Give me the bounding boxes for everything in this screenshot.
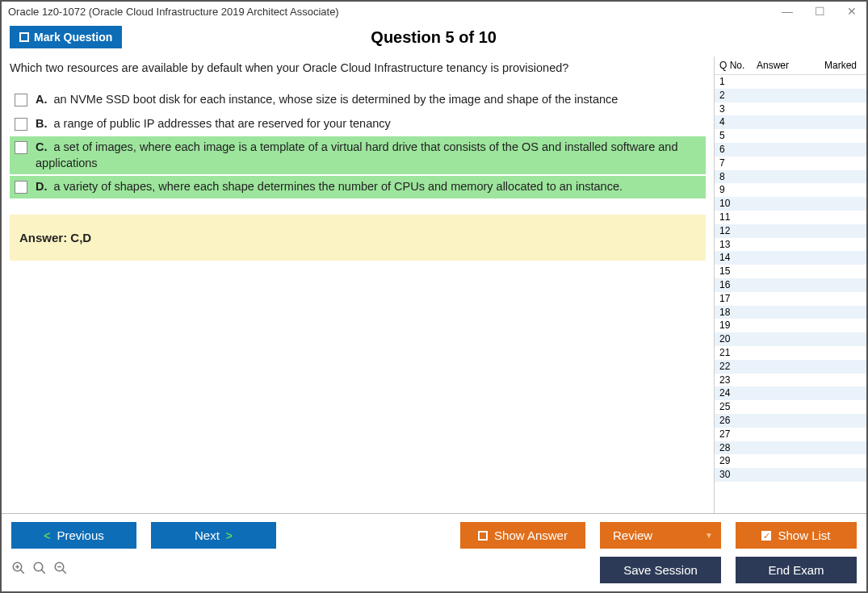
list-item[interactable]: 9 <box>715 183 866 197</box>
show-list-button[interactable]: Show List <box>736 522 857 549</box>
next-label: Next <box>195 528 220 542</box>
list-item[interactable]: 11 <box>715 211 866 224</box>
svg-line-1 <box>20 570 24 574</box>
choice-checkbox[interactable] <box>15 141 27 154</box>
list-item[interactable]: 1 <box>715 75 866 89</box>
show-list-label: Show List <box>778 528 830 542</box>
question-panel: Which two resources are available by def… <box>2 56 714 513</box>
next-button[interactable]: Next > <box>151 522 276 549</box>
list-item[interactable]: 19 <box>715 319 866 332</box>
list-item[interactable]: 8 <box>715 170 866 184</box>
list-item[interactable]: 28 <box>715 441 866 455</box>
chevron-left-icon: < <box>44 529 50 542</box>
choice-text: C. a set of images, where each image is … <box>36 140 701 171</box>
save-session-button[interactable]: Save Session <box>600 557 721 583</box>
window-title: Oracle 1z0-1072 (Oracle Cloud Infrastruc… <box>8 6 779 18</box>
save-session-label: Save Session <box>623 563 698 577</box>
check-square-icon <box>761 531 771 541</box>
col-answer: Answer <box>757 60 808 71</box>
list-item[interactable]: 17 <box>715 292 866 306</box>
question-counter: Question 5 of 10 <box>9 28 858 47</box>
list-item[interactable]: 22 <box>715 360 866 374</box>
square-icon <box>478 531 488 541</box>
col-marked: Marked <box>808 60 857 71</box>
show-answer-button[interactable]: Show Answer <box>460 522 585 549</box>
list-item[interactable]: 12 <box>715 224 866 238</box>
minimize-icon[interactable]: — <box>779 5 795 18</box>
choice-text: A. an NVMe SSD boot disk for each instan… <box>36 92 618 108</box>
list-item[interactable]: 23 <box>715 374 866 387</box>
list-item[interactable]: 24 <box>715 386 866 400</box>
list-item[interactable]: 13 <box>715 238 866 252</box>
list-item[interactable]: 21 <box>715 346 866 360</box>
previous-label: Previous <box>57 528 103 542</box>
end-exam-button[interactable]: End Exam <box>736 557 857 583</box>
answer-box: Answer: C,D <box>10 215 706 261</box>
choice-row[interactable]: C. a set of images, where each image is … <box>10 136 706 174</box>
question-text: Which two resources are available by def… <box>10 61 706 74</box>
button-row-1: < Previous Next > Show Answer Review ▼ <box>11 522 857 549</box>
zoom-controls <box>11 561 68 579</box>
zoom-reset-icon[interactable] <box>32 561 47 579</box>
list-item[interactable]: 25 <box>715 400 866 414</box>
list-item[interactable]: 7 <box>715 157 866 170</box>
window-controls: — ☐ ✕ <box>779 5 860 18</box>
choice-checkbox[interactable] <box>15 181 27 194</box>
show-answer-label: Show Answer <box>494 528 568 542</box>
list-item[interactable]: 3 <box>715 102 866 116</box>
choice-checkbox[interactable] <box>15 94 27 106</box>
list-item[interactable]: 4 <box>715 115 866 129</box>
header-row: Mark Question Question 5 of 10 <box>2 21 866 56</box>
list-item[interactable]: 30 <box>715 468 866 482</box>
previous-button[interactable]: < Previous <box>11 522 136 549</box>
close-icon[interactable]: ✕ <box>844 5 860 18</box>
end-exam-label: End Exam <box>768 563 824 577</box>
content-row: Which two resources are available by def… <box>2 56 866 513</box>
choice-row[interactable]: A. an NVMe SSD boot disk for each instan… <box>10 89 706 111</box>
question-list[interactable]: 1234567891011121314151617181920212223242… <box>715 74 866 513</box>
chevron-down-icon: ▼ <box>705 531 713 540</box>
maximize-icon[interactable]: ☐ <box>811 5 828 18</box>
session-buttons: Save Session End Exam <box>600 557 857 583</box>
list-item[interactable]: 5 <box>715 129 866 143</box>
button-row-2: Save Session End Exam <box>11 557 857 583</box>
choice-row[interactable]: D. a variety of shapes, where each shape… <box>10 176 706 198</box>
nav-buttons: < Previous Next > <box>11 522 276 549</box>
zoom-in-icon[interactable] <box>11 561 26 579</box>
bottom-bar: < Previous Next > Show Answer Review ▼ <box>2 513 866 591</box>
choice-checkbox[interactable] <box>15 118 27 131</box>
zoom-out-icon[interactable] <box>53 561 68 579</box>
app-window: Oracle 1z0-1072 (Oracle Cloud Infrastruc… <box>0 0 868 593</box>
list-item[interactable]: 29 <box>715 454 866 468</box>
list-item[interactable]: 26 <box>715 414 866 428</box>
svg-point-4 <box>34 562 43 571</box>
choice-text: B. a range of public IP addresses that a… <box>36 116 391 132</box>
svg-line-7 <box>62 570 66 574</box>
col-qno: Q No. <box>719 60 757 71</box>
list-item[interactable]: 2 <box>715 89 866 102</box>
choice-row[interactable]: B. a range of public IP addresses that a… <box>10 113 706 136</box>
list-item[interactable]: 15 <box>715 265 866 278</box>
list-item[interactable]: 14 <box>715 251 866 265</box>
list-item[interactable]: 27 <box>715 428 866 441</box>
action-buttons: Show Answer Review ▼ Show List <box>460 522 857 549</box>
titlebar: Oracle 1z0-1072 (Oracle Cloud Infrastruc… <box>2 2 866 21</box>
chevron-right-icon: > <box>226 529 233 542</box>
review-button[interactable]: Review ▼ <box>600 522 721 549</box>
list-item[interactable]: 10 <box>715 197 866 211</box>
choice-text: D. a variety of shapes, where each shape… <box>36 179 623 195</box>
question-list-panel: Q No. Answer Marked 12345678910111213141… <box>714 56 866 513</box>
review-label: Review <box>613 528 652 542</box>
choices-list: A. an NVMe SSD boot disk for each instan… <box>10 89 706 198</box>
list-header: Q No. Answer Marked <box>715 56 866 74</box>
svg-line-5 <box>41 570 45 574</box>
list-item[interactable]: 18 <box>715 306 866 319</box>
list-item[interactable]: 20 <box>715 332 866 346</box>
list-item[interactable]: 16 <box>715 278 866 292</box>
list-item[interactable]: 6 <box>715 143 866 157</box>
